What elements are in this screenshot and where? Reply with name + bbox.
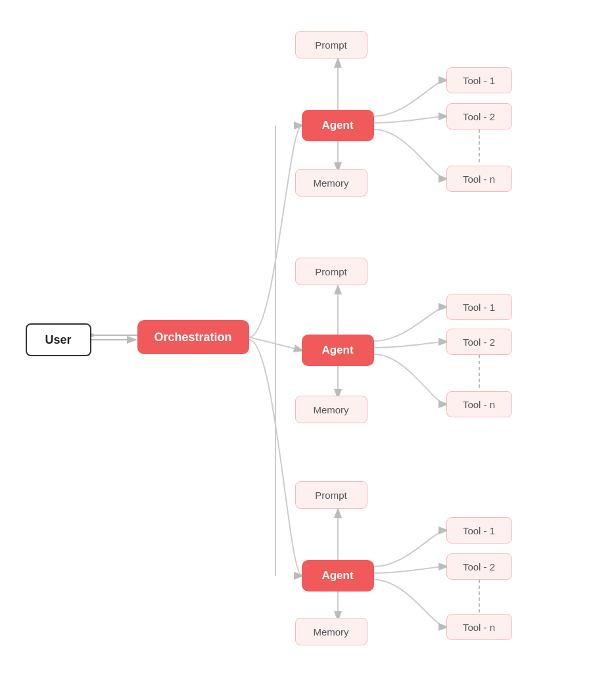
memory2-node: Memory [295, 396, 367, 423]
agent2-node: Agent [302, 335, 374, 366]
orchestration-label: Orchestration [154, 331, 231, 344]
tool3-2-node: Tool - 2 [446, 553, 512, 580]
agent3-node: Agent [302, 560, 374, 592]
svg-line-2 [249, 337, 302, 350]
agent1-node: Agent [302, 110, 374, 141]
prompt3-node: Prompt [295, 481, 367, 509]
tool1-n-node: Tool - n [446, 166, 512, 192]
tool2-n-node: Tool - n [446, 391, 512, 417]
tool1-1-node: Tool - 1 [446, 67, 512, 93]
diagram: User Orchestration Prompt Agent Memory T… [12, 14, 604, 659]
prompt2-node: Prompt [295, 258, 367, 285]
tool1-2-node: Tool - 2 [446, 103, 512, 129]
tool3-1-node: Tool - 1 [446, 517, 512, 544]
user-label: User [45, 333, 71, 347]
tool3-n-node: Tool - n [446, 614, 512, 640]
tool2-2-node: Tool - 2 [446, 329, 512, 355]
memory1-node: Memory [295, 169, 367, 197]
tool2-1-node: Tool - 1 [446, 294, 512, 320]
prompt1-node: Prompt [295, 31, 367, 58]
memory3-node: Memory [295, 618, 367, 645]
orchestration-node: Orchestration [137, 320, 249, 354]
user-node: User [26, 323, 91, 356]
